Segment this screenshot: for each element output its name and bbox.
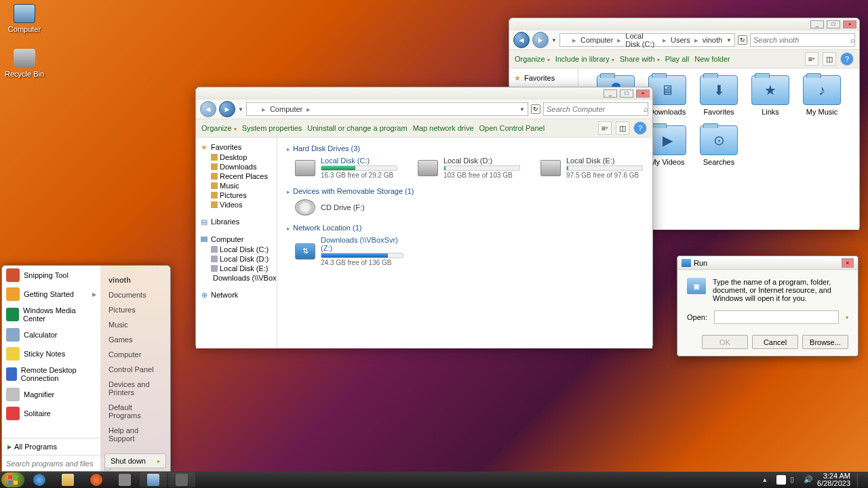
address-dropdown[interactable]: ▼ bbox=[726, 37, 732, 43]
start-link-item[interactable]: Music bbox=[100, 317, 170, 332]
toolbar-playall[interactable]: Play all bbox=[665, 55, 689, 63]
sidebar-network[interactable]: ⊕Network bbox=[199, 289, 274, 300]
taskbar-mediaplayer[interactable] bbox=[83, 472, 110, 487]
breadcrumb[interactable]: Computer bbox=[580, 36, 613, 44]
toolbar-uninstall[interactable]: Uninstall or change a program bbox=[307, 124, 407, 132]
sidebar-item[interactable]: Local Disk (C:) bbox=[199, 245, 274, 254]
search-box[interactable]: ⌕ bbox=[543, 102, 648, 116]
start-program-item[interactable]: Getting Started▶ bbox=[2, 285, 100, 304]
folder-item[interactable]: ★Links bbox=[747, 75, 794, 116]
tray-volume-icon[interactable]: 🔊 bbox=[804, 475, 813, 485]
sidebar-item[interactable]: Local Disk (D:) bbox=[199, 254, 274, 264]
start-link-item[interactable]: Help and Support bbox=[100, 423, 170, 446]
chevron-right-icon[interactable]: ▸ bbox=[157, 458, 160, 464]
start-link-item[interactable]: Pictures bbox=[100, 302, 170, 317]
category-hdd[interactable]: Hard Disk Drives (3) bbox=[287, 142, 643, 155]
sidebar-libraries[interactable]: ▤Libraries bbox=[199, 216, 274, 227]
start-program-item[interactable]: Sticky Notes bbox=[2, 344, 100, 363]
start-program-item[interactable]: Magnifier bbox=[2, 385, 100, 404]
sidebar-favorites[interactable]: ★Favorites bbox=[199, 142, 274, 152]
sidebar-favorites[interactable]: ★Favorites bbox=[512, 73, 575, 83]
sidebar-item[interactable]: Local Disk (E:) bbox=[199, 264, 274, 273]
category-removable[interactable]: Devices with Removable Storage (1) bbox=[287, 184, 643, 198]
folder-item[interactable]: ♪My Music bbox=[798, 75, 846, 116]
category-network[interactable]: Network Location (1) bbox=[287, 221, 643, 235]
refresh-button[interactable]: ↻ bbox=[738, 35, 747, 45]
sidebar-item[interactable]: Desktop bbox=[199, 152, 274, 162]
taskbar-ie[interactable] bbox=[26, 472, 53, 487]
start-link-item[interactable]: Control Panel bbox=[100, 362, 170, 377]
preview-pane-button[interactable]: ◫ bbox=[616, 121, 629, 135]
search-icon[interactable]: ⌕ bbox=[850, 36, 855, 44]
history-dropdown[interactable]: ▼ bbox=[551, 37, 557, 43]
help-button[interactable]: ? bbox=[633, 121, 647, 135]
run-dropdown[interactable]: ▾ bbox=[846, 314, 848, 321]
address-bar[interactable]: ▸ Computer ▸ ▼ bbox=[246, 102, 528, 116]
start-link-item[interactable]: Documents bbox=[100, 287, 170, 302]
toolbar-include[interactable]: Include in library▾ bbox=[555, 55, 614, 63]
start-button[interactable] bbox=[1, 472, 24, 487]
view-button[interactable]: ≡▾ bbox=[598, 121, 612, 135]
run-titlebar[interactable]: Run × bbox=[677, 256, 858, 270]
ok-button[interactable]: OK bbox=[702, 335, 748, 349]
view-button[interactable]: ≡▾ bbox=[805, 52, 818, 66]
taskbar-app1[interactable] bbox=[111, 472, 138, 487]
desktop-icon-recycle[interactable]: Recycle Bin bbox=[4, 49, 45, 78]
refresh-button[interactable]: ↻ bbox=[531, 104, 540, 114]
start-link-item[interactable]: Computer bbox=[100, 347, 170, 362]
breadcrumb[interactable]: Computer bbox=[270, 105, 302, 113]
maximize-button[interactable]: □ bbox=[827, 20, 840, 28]
toolbar-organize[interactable]: Organize▾ bbox=[515, 55, 550, 63]
start-program-item[interactable]: Windows Media Center bbox=[2, 304, 100, 325]
browse-button[interactable]: Browse... bbox=[802, 335, 848, 349]
toolbar-newfolder[interactable]: New folder bbox=[694, 55, 730, 63]
search-input[interactable] bbox=[544, 105, 644, 113]
preview-pane-button[interactable]: ◫ bbox=[823, 52, 836, 66]
sidebar-computer[interactable]: Computer bbox=[199, 234, 274, 245]
taskbar-app2[interactable] bbox=[168, 472, 195, 487]
back-button[interactable]: ◄ bbox=[513, 32, 530, 48]
show-desktop-button[interactable] bbox=[857, 472, 864, 487]
start-program-item[interactable]: Solitaire bbox=[2, 404, 100, 423]
close-button[interactable]: × bbox=[636, 89, 650, 98]
sidebar-item[interactable]: Recent Places bbox=[199, 171, 274, 181]
folder-item[interactable]: ⬇Favorites bbox=[695, 75, 743, 116]
explorer-window-computer[interactable]: _ □ × ◄ ► ▼ ▸ Computer ▸ ▼ ↻ ⌕ Organize▾… bbox=[195, 87, 653, 346]
taskbar-explorer[interactable] bbox=[54, 472, 81, 487]
breadcrumb[interactable]: Users bbox=[671, 36, 690, 44]
sidebar-item[interactable]: Downloads bbox=[199, 162, 274, 171]
close-button[interactable]: × bbox=[842, 258, 854, 268]
start-link-item[interactable]: Games bbox=[100, 332, 170, 347]
search-box[interactable]: ⌕ bbox=[750, 33, 855, 47]
sidebar-item[interactable]: Music bbox=[199, 181, 274, 190]
address-dropdown[interactable]: ▼ bbox=[519, 106, 525, 113]
start-link-item[interactable]: Default Programs bbox=[100, 400, 170, 423]
start-link-item[interactable]: Devices and Printers bbox=[100, 377, 170, 400]
back-button[interactable]: ◄ bbox=[200, 101, 216, 117]
run-dialog[interactable]: Run × ▣ Type the name of a program, fold… bbox=[677, 256, 859, 357]
maximize-button[interactable]: □ bbox=[620, 89, 633, 98]
start-program-item[interactable]: Calculator bbox=[2, 325, 100, 344]
toolbar-controlpanel[interactable]: Open Control Panel bbox=[479, 124, 545, 132]
forward-button[interactable]: ► bbox=[219, 101, 235, 117]
search-input[interactable] bbox=[751, 36, 850, 44]
drive-item[interactable]: Local Disk (E:)97.5 GB free of 97.6 GB bbox=[540, 157, 643, 179]
toolbar-share[interactable]: Share with▾ bbox=[620, 55, 660, 63]
tray-show-hidden[interactable]: ▴ bbox=[763, 475, 772, 485]
desktop-icon-computer[interactable]: Computer bbox=[4, 4, 45, 33]
drive-cd[interactable]: CD Drive (F:) bbox=[295, 199, 403, 216]
shutdown-button[interactable]: Shut down▸ bbox=[104, 453, 166, 468]
address-bar[interactable]: ▸ Computer ▸ Local Disk (C:) ▸ Users ▸ v… bbox=[559, 33, 735, 47]
cancel-button[interactable]: Cancel bbox=[752, 335, 798, 349]
tray-flag-icon[interactable] bbox=[776, 475, 786, 485]
drive-item[interactable]: Local Disk (D:)103 GB free of 103 GB bbox=[418, 157, 520, 179]
breadcrumb[interactable]: vinoth bbox=[703, 36, 722, 44]
help-button[interactable]: ? bbox=[840, 52, 854, 66]
drive-item[interactable]: Local Disk (C:)16.3 GB free of 29.2 GB bbox=[295, 157, 397, 179]
sidebar-item[interactable]: Downloads (\\VBoxSvr) (Z:) bbox=[199, 273, 274, 283]
history-dropdown[interactable]: ▼ bbox=[238, 106, 243, 113]
sidebar-item[interactable]: Videos bbox=[199, 200, 274, 209]
start-link-item[interactable]: vinoth bbox=[100, 272, 170, 287]
minimize-button[interactable]: _ bbox=[810, 20, 824, 28]
sidebar-item[interactable]: Pictures bbox=[199, 190, 274, 200]
